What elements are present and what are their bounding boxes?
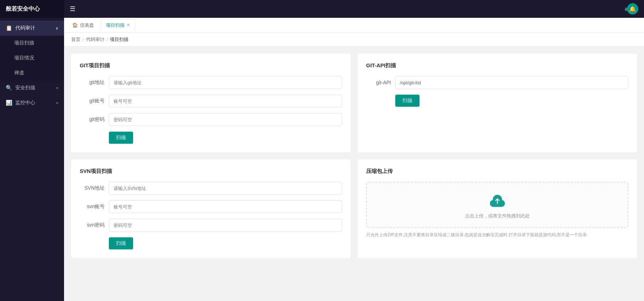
sidebar-item-security-scan[interactable]: 🔍 安全扫描 < xyxy=(0,80,64,95)
sidebar-item-project-status[interactable]: 项目情况 xyxy=(0,51,64,65)
sidebar: 般若安全中心 📋 代码审计 ∨ 项目扫描 项目情况 禅道 🔍 安全扫描 < xyxy=(0,0,64,301)
git-password-input[interactable] xyxy=(109,113,342,126)
git-api-scan-section: GIT-API扫描 git-API 扫描 xyxy=(358,54,637,152)
git-api-scan-button[interactable]: 扫描 xyxy=(395,95,419,107)
svn-section-title: SVN项目扫描 xyxy=(80,168,342,175)
topbar: ☰ admin xyxy=(64,0,644,18)
topbar-left: ☰ xyxy=(70,5,75,13)
project-scan-label: 项目扫描 xyxy=(11,40,58,46)
git-account-label: git账号 xyxy=(80,98,105,104)
git-section-title: GIT项目扫描 xyxy=(80,62,342,69)
chevron-down-icon: ∨ xyxy=(56,26,58,31)
git-api-label: git-API xyxy=(366,80,391,85)
chevron-left-icon: < xyxy=(56,86,58,90)
project-status-label: 项目情况 xyxy=(11,55,58,61)
svn-password-row: svn密码 xyxy=(80,219,342,232)
menu-toggle-icon[interactable]: ☰ xyxy=(70,5,75,13)
git-api-input[interactable] xyxy=(395,76,628,89)
git-address-row: git地址 xyxy=(80,76,342,89)
svn-address-row: SVN地址 xyxy=(80,182,342,195)
svn-address-label: SVN地址 xyxy=(80,185,105,191)
zen-label: 禅道 xyxy=(11,70,58,76)
upload-hint: 只允许上传ZIP文件,注意不要将目录压缩成二级目录,也就是说当解压完成时,打开目… xyxy=(366,232,628,238)
upload-dropzone[interactable]: 点击上传，或将文件拖拽到此处 xyxy=(366,182,628,228)
security-scan-label: 安全扫描 xyxy=(15,85,55,91)
git-scan-button[interactable]: 扫描 xyxy=(109,132,133,144)
app-title: 般若安全中心 xyxy=(6,5,40,13)
svn-scan-section: SVN项目扫描 SVN地址 svn账号 svn密码 扫描 xyxy=(71,159,350,258)
svn-password-input[interactable] xyxy=(109,219,342,232)
breadcrumb: 首页 / 代码审计 / 项目扫描 xyxy=(64,33,644,47)
upload-cloud-icon xyxy=(488,191,507,209)
security-scan-icon: 🔍 xyxy=(6,85,12,91)
breadcrumb-home[interactable]: 首页 xyxy=(71,36,80,43)
code-audit-icon: 📋 xyxy=(6,25,12,31)
git-account-row: git账号 xyxy=(80,95,342,107)
git-account-input[interactable] xyxy=(109,95,342,107)
notification-button[interactable]: 🔔 xyxy=(627,3,638,15)
sidebar-item-monitor[interactable]: 📊 监控中心 < xyxy=(0,95,64,110)
tabs-bar: 🏠 仪表盘 项目扫描 ✕ xyxy=(64,18,644,33)
svn-scan-button[interactable]: 扫描 xyxy=(109,237,133,249)
sidebar-item-project-scan[interactable]: 项目扫描 xyxy=(0,36,64,51)
git-password-label: git密码 xyxy=(80,116,105,123)
monitor-icon: 📊 xyxy=(6,100,12,106)
git-address-input[interactable] xyxy=(109,76,342,89)
content-area: GIT项目扫描 git地址 git账号 git密码 扫描 xyxy=(64,47,644,301)
tab-project-scan[interactable]: 项目扫描 ✕ xyxy=(101,19,135,31)
app-logo: 般若安全中心 xyxy=(0,0,64,18)
tab-dashboard-label: 仪表盘 xyxy=(80,22,94,28)
chevron-left-icon2: < xyxy=(56,101,58,105)
scan-grid: GIT项目扫描 git地址 git账号 git密码 扫描 xyxy=(71,54,637,258)
breadcrumb-code-audit[interactable]: 代码审计 xyxy=(86,36,105,43)
sidebar-item-zen[interactable]: 禅道 xyxy=(0,65,64,80)
main-area: ☰ admin 🔔 🏠 仪表盘 项目扫描 ✕ 首页 / 代码审计 / 项目扫描 … xyxy=(64,0,644,301)
svn-password-label: svn密码 xyxy=(80,222,105,228)
svn-account-input[interactable] xyxy=(109,200,342,213)
upload-section-title: 压缩包上传 xyxy=(366,168,628,175)
breadcrumb-sep2: / xyxy=(107,37,108,42)
tab-close-icon[interactable]: ✕ xyxy=(127,23,130,27)
upload-text: 点击上传，或将文件拖拽到此处 xyxy=(465,213,530,219)
breadcrumb-current: 项目扫描 xyxy=(110,36,128,43)
git-password-row: git密码 xyxy=(80,113,342,126)
svn-account-label: svn账号 xyxy=(80,204,105,210)
sidebar-item-label: 代码审计 xyxy=(15,25,54,31)
sidebar-menu: 📋 代码审计 ∨ 项目扫描 项目情况 禅道 🔍 安全扫描 < 📊 监控中心 < xyxy=(0,18,64,301)
svn-account-row: svn账号 xyxy=(80,200,342,213)
git-api-section-title: GIT-API扫描 xyxy=(366,62,628,69)
monitor-label: 监控中心 xyxy=(15,100,55,106)
upload-section: 压缩包上传 点击上传，或将文件拖拽到此处 只允许上传ZIP文件,注意不要将目录压… xyxy=(358,159,637,258)
sidebar-item-code-audit[interactable]: 📋 代码审计 ∨ xyxy=(0,21,64,36)
git-address-label: git地址 xyxy=(80,79,105,86)
breadcrumb-sep1: / xyxy=(83,37,84,42)
bell-icon: 🔔 xyxy=(629,6,636,12)
sidebar-sub-code-audit: 项目扫描 项目情况 禅道 xyxy=(0,36,64,80)
tab-project-scan-label: 项目扫描 xyxy=(106,22,125,28)
git-api-row: git-API xyxy=(366,76,628,89)
git-scan-section: GIT项目扫描 git地址 git账号 git密码 扫描 xyxy=(71,54,350,152)
svn-address-input[interactable] xyxy=(109,182,342,195)
tab-dashboard[interactable]: 🏠 仪表盘 xyxy=(67,19,99,31)
home-icon: 🏠 xyxy=(72,22,78,28)
